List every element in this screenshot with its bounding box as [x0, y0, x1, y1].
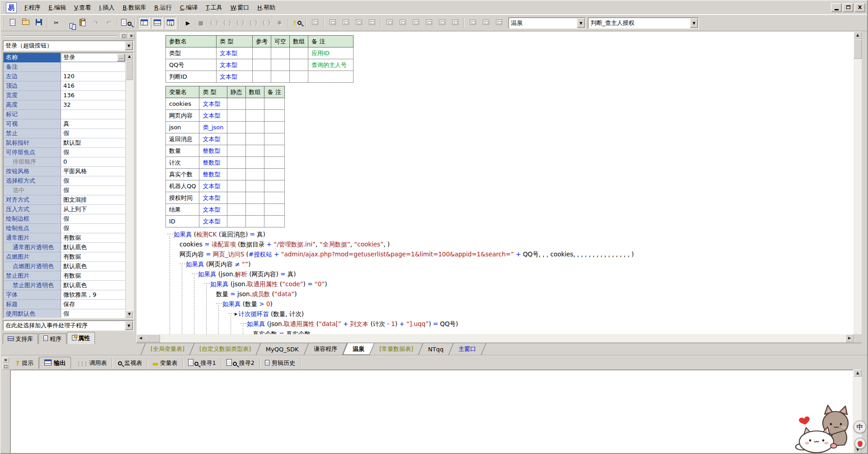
table-cell[interactable]: 文本型 [199, 180, 227, 192]
property-value[interactable]: 保存 [61, 300, 125, 309]
table-cell[interactable]: 整数型 [199, 157, 227, 169]
property-row[interactable]: 绘制边框假 [4, 214, 125, 224]
table-cell[interactable]: 文本型 [199, 110, 227, 122]
editor-tab-[自定义数据类型表][interactable]: [自定义数据类型表] [190, 343, 261, 355]
table-cell[interactable]: 返回消息 [166, 133, 199, 145]
table-cell[interactable] [253, 71, 271, 83]
table-row[interactable]: 结果文本型 [166, 204, 285, 216]
table-cell[interactable] [227, 216, 245, 227]
property-row[interactable]: 备注 [4, 62, 125, 72]
table-row[interactable]: 计次整数型 [166, 157, 285, 169]
code-line[interactable]: 网页内容 = 网页_访问S (#授权站 + “admin/ajax.php?mo… [179, 249, 634, 259]
scroll-up-icon[interactable]: ▲ [126, 53, 133, 60]
table-cell[interactable]: 判断ID [166, 71, 217, 83]
find-button[interactable] [120, 17, 132, 29]
property-value[interactable]: 默认底色 [61, 262, 125, 271]
code-editor[interactable]: 参数名类 型参考可空数组备 注类型文本型应用IDQQ号文本型查询的主人号判断ID… [137, 32, 854, 334]
table-row[interactable]: cookies文本型 [166, 98, 285, 110]
more-button[interactable]: … [117, 54, 125, 61]
table-cell[interactable] [245, 169, 264, 180]
property-value[interactable]: 假 [61, 309, 125, 319]
code-line[interactable]: 如果真 (json.取通用属性 (“code”) = “0”) [204, 279, 327, 289]
property-row[interactable]: 点燃图片有数据 [4, 252, 125, 262]
property-row[interactable]: 禁止假 [4, 129, 125, 138]
property-value[interactable]: 从上到下 [61, 205, 125, 214]
property-row[interactable]: 停留顺序0 [4, 157, 125, 167]
menu-item-B[interactable]: B.数据库 [118, 2, 150, 13]
table-cell[interactable] [264, 133, 284, 145]
size-width-button[interactable] [467, 17, 479, 29]
property-row[interactable]: 标记 [4, 110, 125, 119]
table-row[interactable]: ID文本型 [166, 216, 285, 227]
code-line[interactable]: 数量 = json.成员数 (“data”) [216, 289, 297, 299]
table-cell[interactable] [227, 180, 245, 192]
table-cell[interactable] [227, 204, 245, 216]
property-value[interactable]: 假 [61, 129, 125, 138]
menu-item-F[interactable]: F.程序 [20, 2, 45, 13]
output-tab-变量表[interactable]: ◆◆变量表 [147, 358, 183, 369]
table-cell[interactable] [227, 133, 245, 145]
table-cell[interactable]: 文本型 [217, 71, 253, 83]
save-button[interactable] [33, 17, 45, 29]
code-line[interactable]: 如果真 (json.解析 (网页内容) = 真) [192, 269, 296, 279]
size-both-button[interactable] [493, 17, 505, 29]
paste-button[interactable] [76, 17, 89, 29]
table-cell[interactable] [264, 192, 284, 204]
property-row[interactable]: 禁止图片有数据 [4, 271, 125, 281]
table-cell[interactable] [264, 169, 284, 180]
table-cell[interactable]: 数量 [166, 145, 199, 157]
table-cell[interactable]: 文本型 [199, 98, 227, 110]
chevron-down-icon[interactable]: ▼ [125, 41, 133, 50]
menu-item-H[interactable]: H.帮助 [253, 2, 279, 13]
same-width-button[interactable] [436, 17, 448, 29]
output-tab-搜寻2[interactable]: 搜寻2 [222, 358, 260, 369]
cut-button[interactable]: ✂ [50, 17, 62, 29]
property-row[interactable]: 名称登录… [4, 53, 125, 62]
align-bottom-button[interactable] [366, 17, 378, 29]
property-value[interactable]: 有数据 [61, 271, 125, 281]
property-row[interactable]: 可视真 [4, 119, 125, 129]
table-cell[interactable] [253, 47, 271, 59]
menu-item-W[interactable]: W.窗口 [226, 2, 254, 13]
table-cell[interactable] [227, 110, 245, 122]
output-tab-提示[interactable]: ?提示 [11, 358, 39, 369]
property-row[interactable]: 选中假 [4, 186, 125, 195]
undo-button[interactable]: ↶ [103, 17, 115, 29]
table-cell[interactable]: 文本型 [217, 47, 253, 59]
table-cell[interactable]: 文本型 [199, 192, 227, 204]
step-over-button[interactable]: { } [234, 17, 246, 29]
scroll-up-icon[interactable]: ▲ [854, 369, 862, 377]
property-value[interactable]: 32 [61, 100, 125, 110]
open-file-button[interactable] [19, 17, 32, 29]
table-cell[interactable]: 文本型 [199, 204, 227, 216]
property-row[interactable]: 鼠标指针默认型 [4, 138, 125, 148]
table-row[interactable]: 判断ID文本型 [166, 71, 354, 83]
table-cell[interactable]: 整数型 [199, 169, 227, 180]
window-editor-button[interactable] [309, 17, 321, 29]
table-row[interactable]: 真实个数整数型 [166, 169, 285, 180]
property-row[interactable]: 禁止图片透明色默认底色 [4, 281, 125, 290]
chevron-down-icon[interactable]: ▼ [125, 321, 133, 330]
property-value[interactable]: 有数据 [61, 252, 125, 262]
table-row[interactable]: 授权时间文本型 [166, 192, 285, 204]
size-height-button[interactable] [480, 17, 492, 29]
table-cell[interactable]: 类_json [199, 122, 227, 133]
table-cell[interactable]: 结果 [166, 204, 199, 216]
center-vertical-button[interactable] [396, 17, 409, 29]
property-row[interactable]: 通常图片有数据 [4, 233, 125, 243]
scrollbar-thumb[interactable] [126, 60, 133, 80]
code-line[interactable]: 如果真 (json.取通用属性 (“data[” + 到文本 (计次 - 1) … [241, 319, 458, 329]
property-row[interactable]: 选择框方式假 [4, 176, 125, 186]
menu-item-V[interactable]: V.查看 [70, 2, 95, 13]
editor-tab-温泉[interactable]: 温泉 [343, 343, 375, 355]
property-value[interactable] [61, 62, 125, 72]
output-content[interactable] [10, 369, 854, 454]
editor-tab-[常量数据表][interactable]: [常量数据表] [370, 343, 424, 355]
property-value[interactable]: 登录… [61, 53, 125, 62]
table-cell[interactable] [245, 122, 264, 133]
code-block[interactable]: 如果真 (检测CK (返回消息) = 真)cookies = 读配置项 (数据目… [165, 229, 843, 334]
property-value[interactable]: 有数据 [61, 233, 125, 243]
panel-close-icon[interactable]: × [128, 33, 135, 39]
scrollbar-thumb[interactable] [854, 39, 862, 59]
table-cell[interactable]: 真实个数 [166, 169, 199, 180]
